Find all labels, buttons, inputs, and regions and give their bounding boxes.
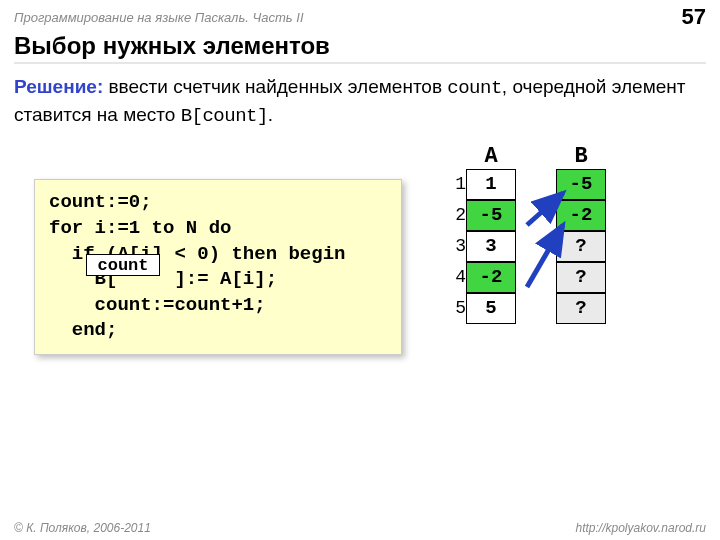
- arrows-svg: [527, 177, 627, 337]
- description: Решение: ввести счетчик найденных элемен…: [14, 74, 706, 129]
- array-A-label: A: [466, 144, 516, 169]
- A-cell-5: 5: [466, 293, 516, 324]
- svg-line-1: [527, 225, 563, 287]
- page-number: 57: [682, 4, 706, 30]
- footer: © К. Поляков, 2006-2011 http://kpolyakov…: [0, 521, 720, 538]
- A-cell-1: 1: [466, 169, 516, 200]
- title-block: Выбор нужных элементов Решение: ввести с…: [0, 32, 720, 135]
- page-title: Выбор нужных элементов: [14, 32, 706, 60]
- copyright: © К. Поляков, 2006-2011: [14, 521, 151, 535]
- header: Программирование на языке Паскаль. Часть…: [0, 0, 720, 32]
- A-cell-3: 3: [466, 231, 516, 262]
- footer-url: http://kpolyakov.narod.ru: [575, 521, 706, 535]
- A-cell-4: -2: [466, 262, 516, 293]
- desc-keyword: Решение:: [14, 76, 103, 97]
- code-blank-count: count: [86, 254, 160, 276]
- content: count:=0; for i:=1 to N do if (A[i] < 0)…: [0, 135, 720, 455]
- array-B-label: B: [556, 144, 606, 169]
- svg-line-0: [527, 193, 563, 225]
- course-title: Программирование на языке Паскаль. Часть…: [14, 10, 304, 25]
- A-cell-2: -5: [466, 200, 516, 231]
- divider: [14, 62, 706, 64]
